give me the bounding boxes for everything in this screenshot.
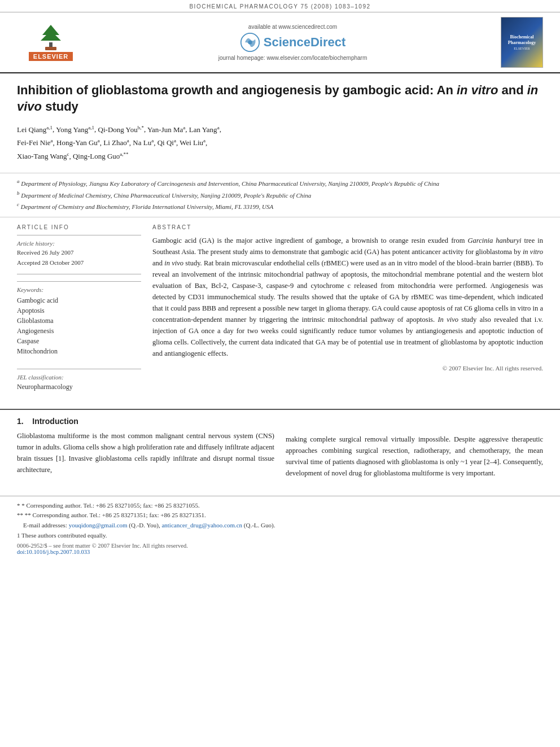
author-lei-qiang: Lei Qianga,1: [17, 125, 53, 134]
keyword-4: Angiogenesis: [17, 327, 141, 335]
affiliations-section: a Department of Physiology, Jiangsu Key …: [0, 173, 560, 217]
keyword-1: Gambogic acid: [17, 296, 141, 305]
footnote-star: * * Corresponding author. Tel.: +86 25 8…: [17, 501, 543, 511]
jel-value: Neuropharmacology: [17, 383, 141, 391]
body-col-right: making complete surgical removal virtual…: [286, 417, 543, 479]
affiliation-c: c Department of Chemistry and Biochemist…: [17, 201, 543, 211]
author-lan-yang: Lan Yanga: [189, 125, 220, 134]
journal-cover-title: BiochemicalPharmacology: [508, 34, 536, 45]
article-info-header: ARTICLE INFO: [17, 224, 141, 231]
body-section: 1. Introduction Glioblastoma multiforme …: [0, 409, 560, 490]
keyword-5: Caspase: [17, 337, 141, 346]
keyword-2: Apoptosis: [17, 307, 141, 315]
author-li-zhao: Li Zhaoa: [103, 138, 129, 147]
author-xiao-tang-wang: Xiao-Tang Wangc: [17, 152, 69, 160]
intro-col2-text: making complete surgical removal virtual…: [286, 434, 543, 479]
author-qi-dong-you: Qi-Dong Youb,*: [98, 125, 144, 134]
intro-col1-text: Glioblastoma multiforme is the most comm…: [17, 430, 274, 475]
accepted-date: Accepted 28 October 2007: [17, 259, 141, 266]
received-date: Received 26 July 2007: [17, 249, 141, 256]
author-hong-yan-gu: Hong-Yan Gua: [56, 138, 100, 147]
footnote-email: E-mail addresses: youqidong@gmail.com (Q…: [17, 521, 543, 531]
author-qi-qi: Qi Qia: [158, 138, 176, 147]
email-you[interactable]: youqidong@gmail.com: [69, 522, 128, 528]
footnote-double-star: ** ** Corresponding author. Tel.: +86 25…: [17, 510, 543, 521]
journal-cover: BiochemicalPharmacology ELSEVIER: [501, 17, 543, 68]
journal-homepage-text: journal homepage: www.elsevier.com/locat…: [85, 55, 501, 61]
elsevier-tree-icon: [31, 23, 71, 51]
author-wei-liu: Wei Liua: [180, 138, 205, 147]
svg-marker-2: [41, 30, 61, 41]
article-title-section: Inhibition of glioblastoma growth and an…: [0, 73, 560, 173]
main-content: ARTICLE INFO Article history: Received 2…: [0, 217, 560, 404]
intro-title: 1. Introduction: [17, 417, 274, 426]
journal-citation: BIOCHEMICAL PHARMACOLOGY 75 (2008) 1083–…: [189, 3, 370, 10]
jel-box: JEL classification: Neuropharmacology: [17, 369, 141, 397]
footnote-equal-contrib: 1 These authors contributed equally.: [17, 531, 543, 541]
article-title: Inhibition of glioblastoma growth and an…: [17, 82, 543, 115]
header-center: available at www.sciencedirect.com Scien…: [85, 24, 501, 61]
doi-section: 0006-2952/$ – see front matter © 2007 El…: [17, 540, 543, 557]
abstract-text: Gambogic acid (GA) is the major active i…: [152, 235, 543, 359]
author-yan-jun-ma: Yan-Jun Maa: [147, 125, 185, 134]
article-history-label: Article history:: [17, 240, 141, 247]
intro-heading: Introduction: [32, 417, 78, 426]
article-history-box: Article history: Received 26 July 2007 A…: [17, 235, 141, 274]
svg-point-5: [248, 40, 252, 44]
keyword-3: Glioblastoma: [17, 317, 141, 325]
sciencedirect-icon: [240, 32, 260, 53]
body-col-left: 1. Introduction Glioblastoma multiforme …: [17, 417, 274, 479]
footnotes-section: * * Corresponding author. Tel.: +86 25 8…: [0, 496, 560, 562]
author-fei-fei-nie: Fei-Fei Niea: [17, 138, 53, 147]
journal-cover-subtitle: ELSEVIER: [514, 47, 530, 50]
svg-rect-3: [45, 47, 56, 50]
sciencedirect-logo: ScienceDirect: [85, 32, 501, 53]
keywords-box: Keywords: Gambogic acid Apoptosis Gliobl…: [17, 281, 141, 362]
left-column: ARTICLE INFO Article history: Received 2…: [17, 224, 141, 397]
body-two-col: 1. Introduction Glioblastoma multiforme …: [17, 417, 543, 479]
keyword-6: Mitochondrion: [17, 347, 141, 356]
jel-label: JEL classification:: [17, 374, 141, 381]
elsevier-label: ELSEVIER: [29, 52, 73, 61]
page-wrapper: BIOCHEMICAL PHARMACOLOGY 75 (2008) 1083–…: [0, 0, 560, 562]
author-qing-long-guo: Qing-Long Guoa,**: [73, 152, 129, 160]
doi-copyright: 0006-2952/$ – see front matter © 2007 El…: [17, 543, 543, 549]
author-na-lu: Na Lua: [133, 138, 154, 147]
abstract-header: ABSTRACT: [152, 224, 543, 230]
doi-link[interactable]: doi:10.1016/j.bcp.2007.10.033: [17, 549, 90, 555]
intro-number: 1.: [17, 417, 24, 426]
right-column: ABSTRACT Gambogic acid (GA) is the major…: [152, 224, 543, 397]
authors-line: Lei Qianga,1, Yong Yanga,1, Qi-Dong Youb…: [17, 123, 543, 163]
sciencedirect-text: ScienceDirect: [264, 35, 346, 50]
copyright-text: © 2007 Elsevier Inc. All rights reserved…: [152, 365, 543, 372]
affiliation-b: b Department of Medicinal Chemistry, Chi…: [17, 190, 543, 200]
keywords-label: Keywords:: [17, 286, 141, 293]
email-guo[interactable]: anticancer_drug@yahoo.com.cn: [161, 522, 242, 528]
journal-banner: BIOCHEMICAL PHARMACOLOGY 75 (2008) 1083–…: [0, 0, 560, 12]
doi-value: doi:10.1016/j.bcp.2007.10.033: [17, 549, 543, 555]
header-logos: ELSEVIER available at www.sciencedirect.…: [0, 12, 560, 73]
affiliation-a: a Department of Physiology, Jiangsu Key …: [17, 178, 543, 188]
available-at-text: available at www.sciencedirect.com: [85, 24, 501, 30]
author-yong-yang: Yong Yanga,1: [56, 125, 94, 134]
elsevier-logo: ELSEVIER: [17, 23, 85, 62]
